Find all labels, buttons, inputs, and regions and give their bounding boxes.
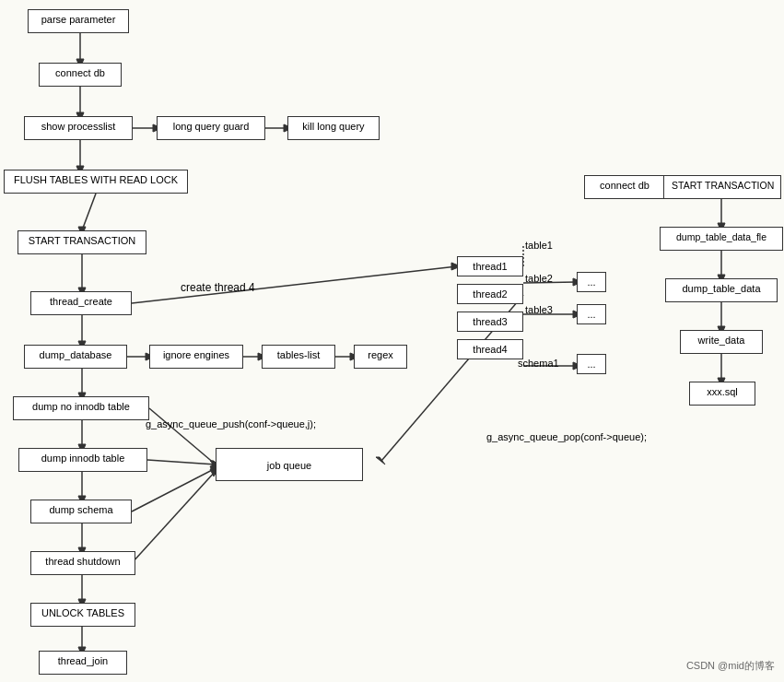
write-data-box: write_data bbox=[680, 330, 763, 354]
regex-box: regex bbox=[354, 345, 407, 369]
dump-table-data-file-box: dump_table_data_fle bbox=[660, 227, 783, 251]
svg-line-24 bbox=[149, 408, 216, 464]
dots1-box: ... bbox=[577, 272, 606, 292]
svg-line-60 bbox=[132, 471, 216, 563]
watermark: CSDN @mid的博客 bbox=[686, 659, 775, 673]
table3-label: table3 bbox=[525, 304, 553, 315]
schema1-label: schema1 bbox=[518, 358, 559, 369]
show-processlist-box: show processlist bbox=[24, 116, 133, 140]
table2-label: table2 bbox=[525, 273, 553, 284]
thread2-box: thread2 bbox=[457, 284, 523, 304]
svg-line-10 bbox=[82, 194, 96, 230]
thread-join-box: thread_join bbox=[39, 651, 127, 675]
unlock-tables-box: UNLOCK TABLES bbox=[30, 603, 135, 627]
connect-db2-box: connect db bbox=[584, 175, 665, 199]
dots3-box: ... bbox=[577, 354, 606, 374]
thread1-box: thread1 bbox=[457, 256, 523, 276]
create-thread4-label: create thread 4 bbox=[181, 281, 255, 294]
flush-tables-box: FLUSH TABLES WITH READ LOCK bbox=[4, 170, 188, 194]
dump-table-data-box: dump_table_data bbox=[665, 278, 778, 302]
diagram: parse parameter connect db show processl… bbox=[0, 0, 784, 682]
svg-line-28 bbox=[147, 460, 216, 464]
xxx-sql-box: xxx.sql bbox=[689, 382, 755, 406]
dots2-box: ... bbox=[577, 304, 606, 324]
start-transaction2-box: START TRANSACTION bbox=[663, 175, 781, 199]
start-transaction-box: START TRANSACTION bbox=[18, 230, 146, 254]
dump-database-box: dump_database bbox=[24, 345, 127, 369]
parse-parameter-box: parse parameter bbox=[28, 9, 129, 33]
connect-db-box: connect db bbox=[39, 63, 122, 87]
dump-no-innodb-box: dump no innodb table bbox=[13, 396, 149, 420]
long-query-guard-box: long query guard bbox=[157, 116, 265, 140]
dump-innodb-box: dump innodb table bbox=[18, 448, 147, 472]
ignore-engines-box: ignore engines bbox=[149, 345, 243, 369]
svg-marker-43 bbox=[376, 457, 385, 464]
thread-create-box: thread_create bbox=[30, 291, 132, 315]
tables-list-box: tables-list bbox=[262, 345, 335, 369]
g-async-pop-label: g_async_queue_pop(conf->queue); bbox=[486, 431, 647, 442]
g-async-push-label: g_async_queue_push(conf->queue,j); bbox=[146, 418, 316, 429]
thread-shutdown-box: thread shutdown bbox=[30, 551, 135, 575]
table1-label: table1 bbox=[525, 240, 553, 251]
thread3-box: thread3 bbox=[457, 312, 523, 332]
thread4-box: thread4 bbox=[457, 339, 523, 359]
kill-long-query-box: kill long query bbox=[287, 116, 380, 140]
job-queue-box: job queue bbox=[216, 448, 363, 481]
arrows-svg bbox=[0, 0, 784, 682]
svg-line-30 bbox=[132, 468, 216, 512]
dump-schema-box: dump schema bbox=[30, 500, 132, 523]
